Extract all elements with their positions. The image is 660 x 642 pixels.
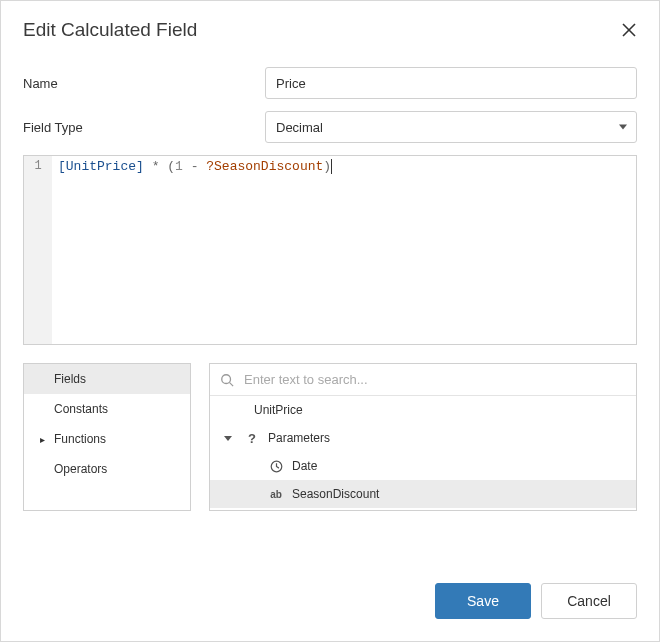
tab-fields[interactable]: ▸Fields [24, 364, 190, 394]
tab-label: Functions [54, 432, 106, 446]
dialog-footer: Save Cancel [1, 563, 659, 641]
field-type-select[interactable]: Decimal [265, 111, 637, 143]
dialog-body: Name Field Type Decimal 1 [UnitPrice] * … [1, 53, 659, 563]
editor-gutter: 1 [24, 156, 52, 344]
tab-label: Operators [54, 462, 107, 476]
tab-label: Fields [54, 372, 86, 386]
search-icon [220, 373, 234, 387]
chevron-right-icon: ▸ [40, 434, 50, 445]
dialog-header: Edit Calculated Field [1, 1, 659, 53]
text-cursor [331, 159, 332, 174]
chevron-down-icon [224, 436, 232, 441]
cancel-button[interactable]: Cancel [541, 583, 637, 619]
search-row [210, 364, 636, 396]
token-lparen: ( [167, 159, 175, 174]
tree-item-label: Parameters [268, 431, 330, 445]
clock-icon [268, 460, 284, 473]
tree-group-parameters[interactable]: ? Parameters [210, 424, 636, 452]
token-rparen: ) [323, 159, 331, 174]
name-label: Name [23, 76, 265, 91]
field-browser: UnitPrice ? Parameters Date ab [209, 363, 637, 511]
token-num: 1 [175, 159, 183, 174]
name-input[interactable] [265, 67, 637, 99]
svg-line-3 [230, 382, 234, 386]
edit-calculated-field-dialog: Edit Calculated Field Name Field Type De… [0, 0, 660, 642]
dialog-title: Edit Calculated Field [23, 19, 197, 41]
name-row: Name [23, 67, 637, 99]
tree-item-label: SeasonDiscount [292, 487, 379, 501]
close-button[interactable] [619, 20, 639, 40]
tab-functions[interactable]: ▸Functions [24, 424, 190, 454]
editor-content[interactable]: [UnitPrice] * (1 - ?SeasonDiscount) [52, 156, 636, 344]
token-param: ?SeasonDiscount [206, 159, 323, 174]
field-tree: UnitPrice ? Parameters Date ab [210, 396, 636, 510]
tree-item-date[interactable]: Date [210, 452, 636, 480]
token-times: * [144, 159, 167, 174]
tab-constants[interactable]: ▸Constants [24, 394, 190, 424]
token-field: [UnitPrice] [58, 159, 144, 174]
category-tabs: ▸Fields ▸Constants ▸Functions ▸Operators [23, 363, 191, 511]
save-button[interactable]: Save [435, 583, 531, 619]
search-input[interactable] [244, 372, 626, 387]
question-icon: ? [244, 431, 260, 446]
tree-item-seasondiscount[interactable]: ab SeasonDiscount [210, 480, 636, 508]
field-type-label: Field Type [23, 120, 265, 135]
tree-item-label: UnitPrice [254, 403, 303, 417]
svg-point-2 [222, 374, 231, 383]
field-type-row: Field Type Decimal [23, 111, 637, 143]
tree-item-label: Date [292, 459, 317, 473]
tab-operators[interactable]: ▸Operators [24, 454, 190, 484]
close-icon [622, 23, 636, 37]
chevron-down-icon [619, 125, 627, 130]
text-type-icon: ab [268, 489, 284, 500]
tree-item-unitprice[interactable]: UnitPrice [210, 396, 636, 424]
token-minus: - [183, 159, 206, 174]
field-type-value: Decimal [265, 111, 637, 143]
tab-label: Constants [54, 402, 108, 416]
line-number: 1 [24, 159, 52, 173]
lower-panels: ▸Fields ▸Constants ▸Functions ▸Operators… [23, 363, 637, 511]
expression-editor[interactable]: 1 [UnitPrice] * (1 - ?SeasonDiscount) [23, 155, 637, 345]
